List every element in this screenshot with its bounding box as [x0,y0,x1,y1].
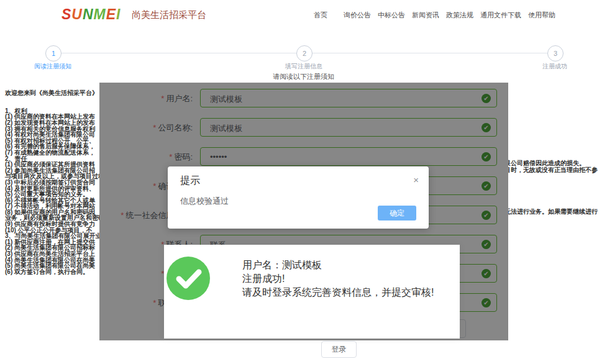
message-dialog: 提示 × 信息校验通过 确定 [168,166,429,229]
top-nav: 首页询价公告中标公告新闻资讯政策法规通用文件下载使用帮助 [314,11,555,20]
sunmei-logo: SUNMEI [62,6,121,23]
success-message-line: 请及时登录系统完善资料信息，并提交审核! [242,286,434,299]
close-icon[interactable]: × [413,175,419,185]
dialog-title: 提示 [180,175,200,188]
logo-letter: I [116,6,121,22]
confirm-button[interactable]: 确定 [378,206,416,221]
dialog-message: 信息校验通过 [180,196,229,207]
step-label-3: 注册成功 [542,62,567,71]
notice-fragment-2: 目时，无故或没有正当理由拒不参 [504,167,598,173]
logo-letter: M [94,6,106,22]
nav-item-1[interactable]: 首页 [314,11,327,20]
success-check-icon [167,257,210,300]
logo-letter: U [71,6,83,22]
nav-item-7[interactable]: 使用帮助 [528,11,555,20]
logo-letter: S [62,6,71,22]
step-label-1: 阅读注册须知 [34,62,71,71]
step-circle-1: 1 [45,45,62,61]
nav-item-3[interactable]: 中标公告 [378,11,405,20]
nav-item-6[interactable]: 通用文件下载 [480,11,521,20]
step-connector-1 [61,53,296,53]
notice-fragment-3: 无法进行业务。如果需要继续进行 [504,209,598,215]
brand-title: 尚美生活招采平台 [132,9,206,21]
step-connector-2 [312,53,547,53]
step-circle-3: 3 [547,45,564,61]
success-popup: 用户名：测试模板注册成功!请及时登录系统完善资料信息，并提交审核! [164,245,460,339]
success-message: 用户名：测试模板注册成功!请及时登录系统完善资料信息，并提交审核! [242,258,434,299]
logo-letter: N [83,6,94,22]
step-circle-2: 2 [296,45,313,61]
nav-item-4[interactable]: 新闻资讯 [412,11,439,20]
nav-item-5[interactable]: 政策法规 [446,11,473,20]
success-message-line: 注册成功! [242,272,434,286]
step-label-2: 填写注册信息 [285,62,322,71]
notice-fragment-1: 限公司赔偿因此造成的损失。 [504,160,585,166]
logo-letter: E [106,6,116,22]
success-message-line: 用户名：测试模板 [242,258,434,272]
registration-page: SUNMEI 尚美生活招采平台 首页询价公告中标公告新闻资讯政策法规通用文件下载… [0,0,607,364]
login-button[interactable]: 登录 [321,341,357,358]
nav-item-2[interactable]: 询价公告 [344,11,371,20]
notice-subtitle: 请阅读以下注册须知 [0,72,607,81]
